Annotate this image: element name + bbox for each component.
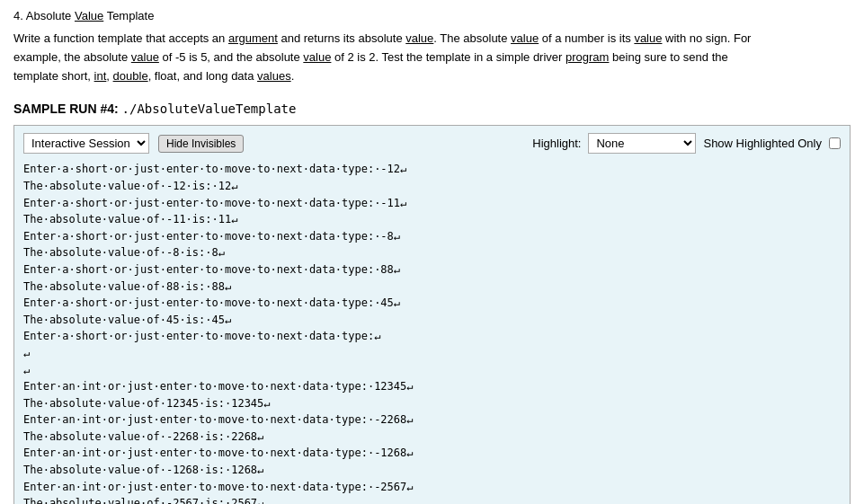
highlight-dropdown[interactable]: None [588, 133, 696, 154]
desc-line2-mid2: of 2 is 2. Test the template in a simple… [331, 50, 566, 64]
highlight-section: Highlight: None Show Highlighted Only [532, 133, 841, 154]
desc-argument: argument [228, 31, 278, 45]
desc-line1-mid4: with no sign. For [662, 31, 751, 45]
session-type-dropdown[interactable]: Interactive Session [23, 133, 149, 154]
session-content: Enter·a·short·or·just·enter·to·move·to·n… [23, 161, 841, 504]
desc-value2: value [511, 31, 539, 45]
show-highlighted-checkbox[interactable] [829, 137, 841, 149]
problem-header: 4. Absolute Value Template [13, 9, 851, 22]
desc-line1-start: Write a function template that accepts a… [13, 31, 228, 45]
sample-run-label: SAMPLE RUN #4: [13, 102, 119, 116]
desc-int: int [94, 69, 107, 83]
desc-line3: template short, [13, 69, 94, 83]
desc-value3: value [634, 31, 662, 45]
desc-line2-mid1: of -5 is 5, and the absolute [159, 50, 303, 64]
highlight-label: Highlight: [532, 137, 581, 150]
desc-program: program [566, 50, 609, 64]
desc-line1-mid1: and returns its absolute [278, 31, 405, 45]
show-highlighted-label: Show Highlighted Only [703, 137, 822, 150]
page-container: 4. Absolute Value Template Write a funct… [0, 0, 864, 504]
desc-line1-mid3: of a number is its [539, 31, 634, 45]
desc-line2-start: example, the absolute [13, 50, 131, 64]
desc-value4: value [131, 50, 159, 64]
problem-description: Write a function template that accepts a… [13, 30, 851, 85]
sample-run-header: SAMPLE RUN #4: ./AbsoluteValueTemplate [13, 102, 851, 116]
problem-number: 4. [13, 9, 23, 22]
session-toolbar: Interactive Session Hide Invisibles High… [23, 133, 841, 154]
desc-values: values [257, 69, 291, 83]
desc-line3-end: . [291, 69, 295, 83]
problem-title-rest: Template [107, 9, 155, 22]
session-panel: Interactive Session Hide Invisibles High… [13, 125, 851, 504]
desc-line2-mid3: being sure to send the [609, 50, 727, 64]
desc-line3-mid: , [106, 69, 112, 83]
desc-double: double [113, 69, 148, 83]
desc-value5: value [303, 50, 331, 64]
problem-title-plain: Absolute [26, 9, 75, 22]
desc-line3-rest: , float, and long data [148, 69, 257, 83]
sample-run-path: ./AbsoluteValueTemplate [122, 102, 297, 116]
desc-line1-mid2: . The absolute [433, 31, 511, 45]
problem-title-underline: Value [75, 9, 103, 22]
hide-invisibles-button[interactable]: Hide Invisibles [158, 135, 244, 153]
desc-value1: value [405, 31, 433, 45]
